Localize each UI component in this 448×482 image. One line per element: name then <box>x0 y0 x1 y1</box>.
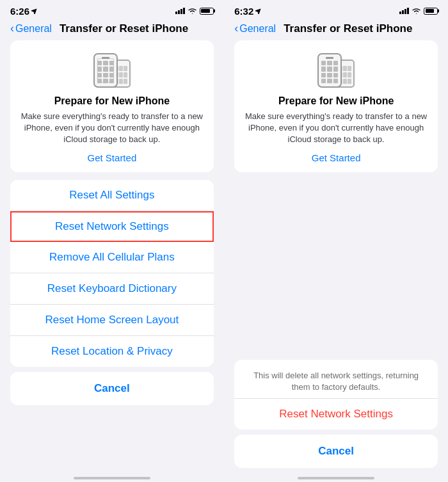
left-back-button[interactable]: ‹ General <box>10 22 52 35</box>
reset-network-settings-item[interactable]: Reset Network Settings <box>10 211 214 242</box>
left-nav-title: Transfer or Reset iPhone <box>60 22 214 35</box>
reset-all-settings-item[interactable]: Reset All Settings <box>10 180 214 211</box>
right-chevron-icon: ‹ <box>234 22 238 35</box>
left-back-label: General <box>15 23 52 35</box>
left-prepare-title: Prepare for New iPhone <box>54 95 170 107</box>
right-prepare-card: Prepare for New iPhone Make sure everyth… <box>234 40 438 172</box>
left-status-bar: 6:26 <box>0 0 224 19</box>
left-battery-icon <box>200 8 214 15</box>
left-cancel-button[interactable]: Cancel <box>10 372 214 405</box>
right-status-bar: 6:32 <box>224 0 448 19</box>
right-location-icon <box>255 8 262 14</box>
reset-keyboard-dict-item[interactable]: Reset Keyboard Dictionary <box>10 273 214 305</box>
right-status-time: 6:32 <box>234 6 253 17</box>
reset-location-privacy-item[interactable]: Reset Location & Privacy <box>10 336 214 367</box>
right-prepare-title: Prepare for New iPhone <box>278 95 394 107</box>
right-nav-title: Transfer or Reset iPhone <box>284 22 438 35</box>
right-wifi-icon <box>412 8 421 15</box>
left-status-time: 6:26 <box>10 6 29 17</box>
left-signal-icon <box>175 8 185 14</box>
right-battery-icon <box>424 8 438 15</box>
right-get-started-link[interactable]: Get Started <box>312 152 361 163</box>
right-home-indicator <box>224 473 448 482</box>
left-nav-bar: ‹ General Transfer or Reset iPhone <box>0 19 224 40</box>
right-back-button[interactable]: ‹ General <box>234 22 276 35</box>
right-phone-illustration <box>317 53 355 88</box>
left-chevron-icon: ‹ <box>10 22 14 35</box>
reset-home-screen-item[interactable]: Reset Home Screen Layout <box>10 305 214 336</box>
right-confirm-area: This will delete all network settings, r… <box>224 360 448 473</box>
right-nav-bar: ‹ General Transfer or Reset iPhone <box>224 19 448 40</box>
right-confirm-dialog: This will delete all network settings, r… <box>234 360 438 430</box>
right-confirm-description: This will delete all network settings, r… <box>234 360 438 399</box>
left-prepare-card: Prepare for New iPhone Make sure everyth… <box>10 40 214 172</box>
left-wifi-icon <box>188 8 197 15</box>
remove-cellular-plans-item[interactable]: Remove All Cellular Plans <box>10 242 214 273</box>
left-home-indicator <box>0 473 224 482</box>
right-status-icons <box>399 8 438 15</box>
right-confirm-action-button[interactable]: Reset Network Settings <box>234 399 438 430</box>
left-status-icons <box>175 8 214 15</box>
left-prepare-desc: Make sure everything's ready to transfer… <box>20 111 204 146</box>
right-phone-panel: 6:32 ‹ Gener <box>224 0 448 482</box>
left-reset-menu: Reset All Settings Reset Network Setting… <box>10 180 214 367</box>
left-phone-panel: 6:26 <box>0 0 224 482</box>
right-cancel-button[interactable]: Cancel <box>234 435 438 468</box>
left-get-started-link[interactable]: Get Started <box>88 152 137 163</box>
left-phone-illustration <box>93 53 131 88</box>
location-icon <box>31 8 38 14</box>
right-back-label: General <box>239 23 276 35</box>
right-signal-icon <box>399 8 409 14</box>
right-prepare-desc: Make sure everything's ready to transfer… <box>244 111 428 146</box>
